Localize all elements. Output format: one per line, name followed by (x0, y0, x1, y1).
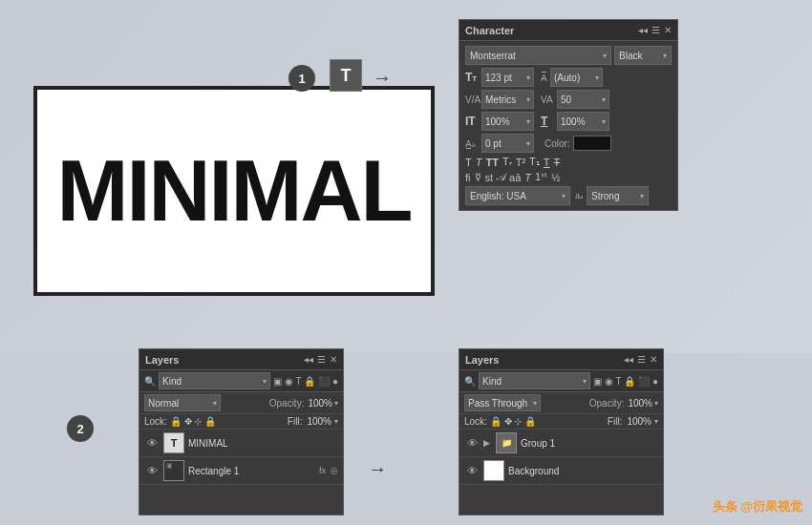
layers-panel-right: Layers ◂◂ ☰ ✕ 🔍 Kind ▾ ▣ ◉ T 🔒 ⬛ ● Pass … (459, 348, 664, 515)
layers-right-collapse[interactable]: ◂◂ (624, 354, 633, 365)
horizontal-scale-icon: T (541, 115, 554, 128)
font-weight-select[interactable]: Black ▾ (614, 46, 672, 65)
fill-value-left: 100% (307, 416, 331, 427)
layer-name-bg: Background (508, 466, 658, 476)
layers-left-close[interactable]: ✕ (330, 354, 337, 365)
expand-icon[interactable]: ▶ (483, 438, 490, 448)
sym-fi[interactable]: fi (465, 172, 471, 183)
dot-icon: ● (332, 376, 338, 387)
layers-left-header: Layers ◂◂ ☰ ✕ (139, 349, 343, 370)
eye-icon-rectangle[interactable]: 👁 (144, 465, 160, 476)
character-panel-body: Montserrat ▾ Black ▾ TT 123 pt ▾ A̅ (Aut… (459, 41, 677, 210)
layer-background[interactable]: 👁 Background (459, 457, 663, 485)
character-panel-title: Character (465, 25, 514, 36)
lock-icons-right: 🔒 ✥ ⊹ 🔒 (490, 416, 536, 427)
layer-thumb-group: 📁 (496, 432, 517, 453)
lock-fill-row-left: Lock: 🔒 ✥ ⊹ 🔒 Fill: 100% ▾ (139, 414, 343, 430)
layers-right-close[interactable]: ✕ (650, 354, 657, 365)
sym-italic2[interactable]: T (476, 157, 482, 168)
kind-select-right[interactable]: Kind ▾ (479, 372, 590, 389)
dot-icon-right: ● (652, 376, 658, 387)
layers-left-collapse[interactable]: ◂◂ (304, 354, 313, 365)
panel-menu-btn[interactable]: ☰ (652, 25, 660, 35)
sym-tr[interactable]: Tᵣ (502, 156, 512, 168)
anti-alias-select[interactable]: Strong ▾ (587, 186, 649, 205)
sym-mercury[interactable]: ☿ (475, 171, 481, 183)
kerning-tracking-row: V/A Metrics ▾ VA 50 ▾ (465, 90, 672, 109)
watermark: 头条 @衍果视觉 (713, 498, 802, 515)
sym-abar[interactable]: aā (509, 172, 521, 183)
arrow-1: → (373, 67, 392, 89)
kerning-input[interactable]: Metrics ▾ (481, 90, 534, 109)
opacity-value-right: 100% (628, 398, 652, 409)
layers-left-title: Layers (145, 354, 179, 366)
vertical-scale-icon: IT (465, 115, 479, 128)
vertical-scale-input[interactable]: 100% ▾ (481, 112, 534, 131)
tracking-icon: VA (541, 94, 554, 105)
sym-bold[interactable]: TT (485, 157, 498, 168)
color-swatch[interactable] (573, 136, 611, 151)
step-1-circle: 1 (288, 65, 315, 92)
fx-menu-icon[interactable]: ⊕ (330, 465, 338, 477)
font-row: Montserrat ▾ Black ▾ (465, 46, 672, 65)
sym-ordinal[interactable]: 1ˢᵗ (535, 171, 547, 183)
baseline-input[interactable]: 0 pt ▾ (481, 134, 534, 153)
scale-row: IT 100% ▾ T 100% ▾ (465, 112, 672, 131)
sym-script-a[interactable]: 𝒜 (497, 171, 505, 183)
leading-input[interactable]: (Auto) ▾ (550, 68, 603, 87)
lock-icons: 🔒 ✥ ⊹ 🔒 (170, 416, 216, 427)
sym-strikethrough[interactable]: T (554, 157, 561, 168)
layer-rectangle[interactable]: 👁 ▣ Rectangle 1 fx ⊕ (139, 457, 343, 485)
filter-icons: ▣ ◉ T 🔒 ⬛ (273, 376, 330, 387)
blend-opacity-row-left: Normal ▾ Opacity: 100% ▾ (139, 392, 343, 414)
character-panel: Character ◂◂ ☰ ✕ Montserrat ▾ Black ▾ TT… (459, 19, 678, 211)
sym-italic-t[interactable]: T (524, 172, 531, 183)
kind-select-left[interactable]: Kind ▾ (159, 372, 270, 389)
search-icon: 🔍 (144, 376, 156, 387)
character-panel-header: Character ◂◂ ☰ ✕ (459, 20, 677, 41)
search-icon-right: 🔍 (464, 376, 476, 387)
blend-mode-left[interactable]: Normal ▾ (144, 394, 221, 411)
kerning-icon: V/A (465, 94, 479, 105)
layers-panel-left: Layers ◂◂ ☰ ✕ 🔍 Kind ▾ ▣ ◉ T 🔒 ⬛ ● Norma… (139, 348, 344, 515)
arrow-2: → (368, 458, 387, 480)
sym-st[interactable]: st (485, 172, 494, 183)
tracking-input[interactable]: 50 ▾ (557, 90, 609, 109)
lock-fill-row-right: Lock: 🔒 ✥ ⊹ 🔒 Fill: 100% ▾ (459, 414, 663, 430)
layers-left-controls: ◂◂ ☰ ✕ (304, 354, 337, 365)
layers-right-menu[interactable]: ☰ (637, 354, 646, 365)
language-select[interactable]: English: USA ▾ (465, 186, 570, 205)
lang-antialias-row: English: USA ▾ aₐ Strong ▾ (465, 186, 672, 205)
minimal-container: MINIMAL (0, 57, 468, 325)
eye-icon-bg[interactable]: 👁 (464, 465, 480, 476)
layer-thumb-bg (483, 460, 504, 481)
layer-fx-rectangle: fx (319, 466, 326, 475)
text-tool-button[interactable]: T (330, 59, 362, 92)
layer-group1[interactable]: 👁 ▶ 📁 Group 1 (459, 430, 663, 457)
layers-right-title: Layers (465, 354, 499, 366)
layers-left-search-row: 🔍 Kind ▾ ▣ ◉ T 🔒 ⬛ ● (139, 370, 343, 392)
layer-name-minimal: MINIMAL (188, 438, 338, 449)
blend-mode-right[interactable]: Pass Through ▾ (464, 394, 541, 411)
eye-icon-minimal[interactable]: 👁 (144, 437, 160, 449)
layers-left-menu[interactable]: ☰ (317, 354, 326, 365)
layer-name-group1: Group 1 (521, 438, 658, 449)
sym-italic[interactable]: T (465, 157, 472, 168)
sym-sub[interactable]: T₁ (529, 156, 540, 168)
color-label: Color: (545, 138, 570, 149)
fill-value-right: 100% (627, 416, 652, 427)
layer-minimal[interactable]: 👁 T MINIMAL (139, 430, 343, 457)
font-size-input[interactable]: 123 pt ▾ (481, 68, 534, 87)
sym-half[interactable]: ½ (551, 172, 560, 183)
font-family-select[interactable]: Montserrat ▾ (465, 46, 611, 65)
panel-controls: ◂◂ ☰ ✕ (638, 25, 672, 35)
step-2-circle: 2 (67, 415, 94, 442)
sym-underline[interactable]: T (544, 157, 550, 168)
horizontal-scale-input[interactable]: 100% ▾ (557, 112, 609, 131)
panel-collapse-btn[interactable]: ◂◂ (638, 25, 648, 35)
eye-icon-group[interactable]: 👁 (464, 437, 480, 449)
panel-close-btn[interactable]: ✕ (664, 25, 672, 35)
sym-sup[interactable]: T² (516, 157, 525, 168)
layer-thumb-rectangle: ▣ (163, 460, 184, 481)
typo-symbols-row-2: fi ☿ st 𝒜 aā T 1ˢᵗ ½ (465, 171, 672, 183)
